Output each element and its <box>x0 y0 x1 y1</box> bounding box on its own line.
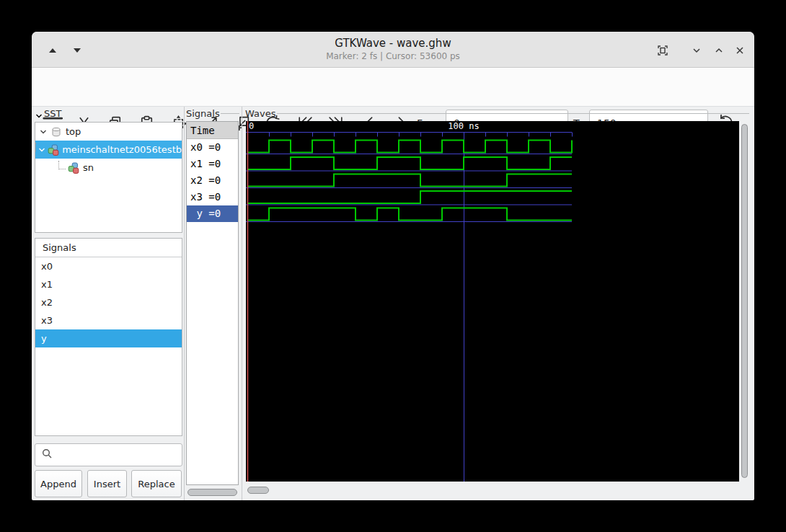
signal-row-x3[interactable]: x3 =0 <box>187 189 238 205</box>
wave-trace-x2 <box>247 174 572 187</box>
expander-chevron-icon[interactable] <box>37 146 46 154</box>
window-title: GTKWave - wave.ghw <box>32 36 754 50</box>
waves-vscrollbar-thumb[interactable] <box>741 124 748 478</box>
waves-vscrollbar[interactable] <box>741 123 749 482</box>
signal-names-panel: Time x0 =0x1 =0x2 =0x3 =0 y =0 <box>186 121 239 485</box>
tree-connector <box>35 143 36 151</box>
cylinder-icon <box>50 126 62 138</box>
fullscreen-button[interactable] <box>654 42 671 59</box>
signals-frame-line <box>221 113 239 114</box>
close-icon <box>734 45 746 56</box>
timeline-major-label: 100 ns <box>448 121 479 131</box>
sst-tree-item-top[interactable]: top <box>35 123 182 141</box>
time-header: Time <box>187 122 238 139</box>
waves-hscrollbar[interactable] <box>246 486 749 495</box>
signal-list-item-x2[interactable]: x2 <box>35 293 182 311</box>
sst-tree-item-sn[interactable]: sn <box>35 159 182 177</box>
tree-item-label: top <box>66 126 81 137</box>
append-button[interactable]: Append <box>35 470 82 497</box>
gtkwave-window: GTKWave - wave.ghw Marker: 2 fs | Cursor… <box>32 32 754 500</box>
signal-row-x1[interactable]: x1 =0 <box>187 156 238 172</box>
pane-splitter-left[interactable] <box>184 107 185 500</box>
signal-list-item-x1[interactable]: x1 <box>35 275 182 293</box>
marker-cursor-status: Marker: 2 fs | Cursor: 53600 ps <box>32 50 754 62</box>
signal-row-y[interactable]: y =0 <box>187 205 238 222</box>
signal-search-panel: Signals x0x1x2x3y <box>35 238 182 436</box>
wave-trace-y <box>247 208 572 221</box>
wave-trace-x3 <box>247 191 572 203</box>
tree-item-label: meinschaltnetz0056testb <box>62 144 182 155</box>
waves-frame-line <box>277 113 749 114</box>
signal-row-x2[interactable]: x2 =0 <box>187 172 238 189</box>
sst-header: SST <box>44 108 61 119</box>
sst-tree-item-meinschaltnetz0056testb[interactable]: meinschaltnetz0056testb <box>35 141 182 159</box>
titlebar-text: GTKWave - wave.ghw Marker: 2 fs | Cursor… <box>32 36 754 62</box>
replace-button[interactable]: Replace <box>131 470 182 497</box>
close-button[interactable] <box>731 42 749 59</box>
signal-filter-box <box>35 443 182 466</box>
expander-chevron-icon[interactable] <box>38 128 48 136</box>
signal-list-item-x3[interactable]: x3 <box>35 311 182 329</box>
waves-frame-label: Waves <box>245 108 275 119</box>
signal-search-header: Signals <box>35 239 182 257</box>
tree-item-label: sn <box>83 162 94 173</box>
signal-list-item-y[interactable]: y <box>35 329 182 347</box>
insert-button[interactable]: Insert <box>87 470 127 497</box>
tree-chevron-icon <box>39 128 48 136</box>
pane-splitter-right[interactable] <box>242 107 242 500</box>
sst-tree: topmeinschaltnetz0056testbsn <box>35 122 182 233</box>
titlebar[interactable]: GTKWave - wave.ghw Marker: 2 fs | Cursor… <box>32 32 754 68</box>
modules-icon <box>68 162 79 174</box>
tree-chevron-icon <box>35 112 43 120</box>
search-input[interactable] <box>57 445 187 465</box>
waveform-svg: 0100 ns <box>246 121 739 482</box>
search-icon <box>41 448 53 459</box>
wave-trace-x0 <box>247 141 572 153</box>
names-hscrollbar[interactable] <box>186 488 239 497</box>
wave-trace-x1 <box>247 157 572 169</box>
timeline-zero-label: 0 <box>249 121 254 131</box>
tree-connector <box>58 161 66 169</box>
signals-frame-label: Signals <box>186 108 220 119</box>
chevron-up-icon <box>713 45 725 56</box>
fullscreen-icon <box>657 45 668 56</box>
chevron-down-icon <box>691 45 702 56</box>
waves-hscrollbar-thumb[interactable] <box>247 487 269 494</box>
signal-row-x0[interactable]: x0 =0 <box>187 139 238 156</box>
wave-canvas[interactable]: 0100 ns <box>246 121 739 482</box>
signal-list-item-x0[interactable]: x0 <box>35 257 182 275</box>
search-icon <box>41 448 53 462</box>
chevron-down-button[interactable] <box>688 42 705 59</box>
chevron-up-button[interactable] <box>710 42 728 59</box>
tree-chevron-icon <box>37 146 46 154</box>
modules-icon <box>48 144 59 156</box>
names-hscrollbar-thumb[interactable] <box>187 489 237 496</box>
toolbar: From: To: <box>32 68 754 107</box>
